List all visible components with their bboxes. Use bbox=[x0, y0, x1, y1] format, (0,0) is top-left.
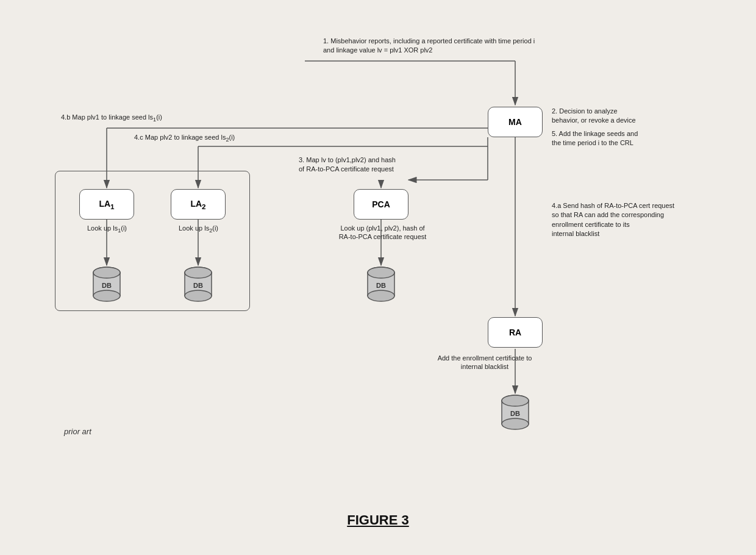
lookup-la2-text: Look up ls2(i) bbox=[179, 224, 218, 232]
prior-art-text: prior art bbox=[64, 427, 91, 436]
svg-text:DB: DB bbox=[193, 282, 203, 289]
lookup-la2-label: Look up ls2(i) bbox=[163, 224, 234, 235]
step4a-text: 4.a Send hash of RA-to-PCA cert requests… bbox=[552, 202, 674, 237]
step4a-label: 4.a Send hash of RA-to-PCA cert requests… bbox=[552, 201, 704, 239]
db-pca: DB bbox=[366, 265, 396, 305]
lookup-la1-text: Look up ls1(i) bbox=[87, 224, 127, 232]
step3-text: 3. Map lv to (plv1,plv2) and hashof RA-t… bbox=[299, 156, 396, 173]
svg-point-30 bbox=[368, 267, 394, 278]
svg-point-20 bbox=[93, 267, 120, 278]
svg-text:DB: DB bbox=[102, 282, 112, 289]
step3-label: 3. Map lv to (plv1,plv2) and hashof RA-t… bbox=[299, 156, 469, 174]
lookup-pca-label: Look up (plv1, plv2), hash ofRA-to-PCA c… bbox=[329, 224, 436, 242]
add-enrollment-text: Add the enrollment certificate tointerna… bbox=[438, 354, 532, 370]
svg-point-24 bbox=[185, 290, 212, 301]
node-la2: LA2 bbox=[171, 189, 226, 220]
node-ra: RA bbox=[488, 317, 543, 348]
node-ma: MA bbox=[488, 107, 543, 137]
step4c-label: 4.c Map plv2 to linkage seed ls2(i) bbox=[134, 133, 305, 144]
node-la2-label: LA2 bbox=[190, 199, 205, 210]
step1-label: 1. Misbehavior reports, including a repo… bbox=[323, 37, 537, 56]
figure-caption-text: FIGURE 3 bbox=[347, 512, 408, 528]
svg-point-35 bbox=[502, 395, 529, 406]
node-pca: PCA bbox=[354, 189, 408, 220]
node-la1: LA1 bbox=[79, 189, 134, 220]
svg-point-34 bbox=[502, 418, 529, 429]
add-enrollment-label: Add the enrollment certificate tointerna… bbox=[415, 354, 555, 371]
figure-caption: FIGURE 3 bbox=[305, 512, 451, 528]
step4b-text: 4.b Map plv1 to linkage seed ls1(i) bbox=[61, 113, 162, 121]
node-la1-label: LA1 bbox=[99, 199, 114, 210]
db-ra: DB bbox=[500, 393, 530, 433]
step1-text: 1. Misbehavior reports, including a repo… bbox=[323, 37, 535, 54]
step5-text: 5. Add the linkage seeds andthe time per… bbox=[552, 130, 638, 146]
diagram-container: MA LA1 LA2 PCA RA DB DB bbox=[0, 0, 756, 555]
step5-label: 5. Add the linkage seeds andthe time per… bbox=[552, 129, 692, 148]
svg-text:DB: DB bbox=[376, 282, 386, 289]
node-pca-label: PCA bbox=[372, 199, 390, 209]
node-ra-label: RA bbox=[509, 328, 521, 337]
step4b-label: 4.b Map plv1 to linkage seed ls1(i) bbox=[61, 113, 219, 124]
prior-art-label: prior art bbox=[64, 427, 91, 436]
step4c-text: 4.c Map plv2 to linkage seed ls2(i) bbox=[134, 134, 235, 141]
db-la2: DB bbox=[183, 265, 213, 305]
db-la1: DB bbox=[91, 265, 122, 305]
step2-text: 2. Decision to analyzebehavior, or revok… bbox=[552, 107, 636, 124]
node-ma-label: MA bbox=[508, 117, 522, 127]
svg-point-19 bbox=[93, 290, 120, 301]
lookup-pca-text: Look up (plv1, plv2), hash ofRA-to-PCA c… bbox=[339, 224, 427, 240]
step2-label: 2. Decision to analyzebehavior, or revok… bbox=[552, 107, 674, 126]
svg-point-29 bbox=[368, 290, 394, 301]
lookup-la1-label: Look up ls1(i) bbox=[72, 224, 142, 235]
svg-point-25 bbox=[185, 267, 212, 278]
svg-text:DB: DB bbox=[510, 410, 520, 417]
